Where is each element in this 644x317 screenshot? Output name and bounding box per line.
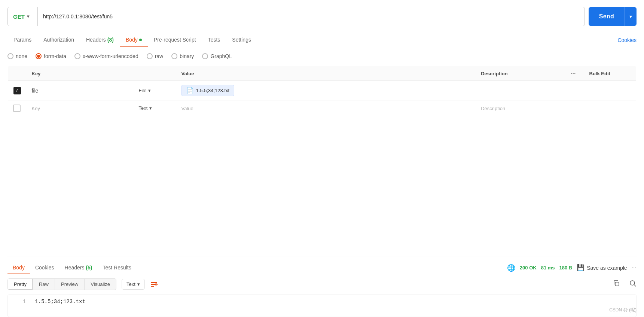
word-wrap-icon[interactable] xyxy=(150,280,158,289)
row2-type[interactable]: Text ▾ xyxy=(131,100,176,116)
url-bar: GET ▾ Send ▾ xyxy=(7,7,637,26)
row2-key[interactable]: Key xyxy=(27,100,131,116)
radio-label-raw: raw xyxy=(155,53,164,59)
tab-settings[interactable]: Settings xyxy=(226,33,257,47)
resp-tab-headers[interactable]: Headers (5) xyxy=(59,262,98,274)
tab-tests[interactable]: Tests xyxy=(202,33,226,47)
radio-label-urlencoded: x-www-form-urlencoded xyxy=(83,53,138,59)
row1-type[interactable]: File ▾ xyxy=(131,81,176,100)
table-row: ✓ file File ▾ 📄 1.5.5;34;123.txt xyxy=(8,81,637,100)
resp-tab-test-label: Test Results xyxy=(103,265,131,271)
method-selector[interactable]: GET ▾ xyxy=(8,7,38,26)
body-types: none form-data x-www-form-urlencoded raw… xyxy=(7,53,637,59)
status-badge: 200 OK xyxy=(520,265,537,271)
row2-checkbox[interactable] xyxy=(13,105,21,112)
resp-tab-cookies[interactable]: Cookies xyxy=(30,262,59,274)
radio-circle-graphql xyxy=(202,53,208,59)
format-raw-button[interactable]: Raw xyxy=(33,279,55,290)
send-button[interactable]: Send xyxy=(589,7,625,26)
code-output: 1 1.5.5;34;123.txt xyxy=(7,295,637,317)
row2-key-placeholder: Key xyxy=(32,106,40,111)
format-preview-button[interactable]: Preview xyxy=(55,279,85,290)
spacer xyxy=(7,120,637,257)
bulk-edit-dots-icon[interactable]: ··· xyxy=(571,70,576,76)
radio-label-graphql: GraphQL xyxy=(210,53,232,59)
radio-graphql[interactable]: GraphQL xyxy=(202,53,232,59)
radio-circle-urlencoded xyxy=(74,53,80,59)
text-chevron-icon: ▾ xyxy=(137,281,140,287)
save-as-example[interactable]: 💾 Save as example xyxy=(577,264,627,272)
body-dot xyxy=(139,39,142,41)
row2-value-placeholder: Value xyxy=(181,106,193,111)
row2-value[interactable]: Value xyxy=(176,100,476,116)
tab-params[interactable]: Params xyxy=(7,33,37,47)
svg-rect-3 xyxy=(615,282,619,286)
radio-binary[interactable]: binary xyxy=(171,53,194,59)
row2-dots xyxy=(565,100,584,116)
tab-body[interactable]: Body xyxy=(120,33,148,47)
search-icon[interactable] xyxy=(629,280,637,289)
row2-type-selector[interactable]: Text ▾ xyxy=(137,104,155,112)
row2-description[interactable]: Description xyxy=(476,100,565,116)
radio-urlencoded[interactable]: x-www-form-urlencoded xyxy=(74,53,138,59)
radio-label-none: none xyxy=(16,53,27,59)
more-options-icon[interactable]: ··· xyxy=(632,265,637,271)
response-section: Body Cookies Headers (5) Test Results 🌐 … xyxy=(7,257,637,317)
save-icon: 💾 xyxy=(577,264,585,272)
row1-key[interactable]: file xyxy=(27,81,131,100)
url-input-wrapper: GET ▾ xyxy=(7,7,585,26)
method-label: GET xyxy=(13,13,25,20)
row1-type-label: File xyxy=(139,88,147,93)
row1-checkbox-cell[interactable]: ✓ xyxy=(8,81,27,100)
col-header-bulk-edit[interactable]: Bulk Edit xyxy=(584,66,637,81)
row1-dots xyxy=(565,81,584,100)
tab-headers[interactable]: Headers (8) xyxy=(80,33,120,47)
row2-description-placeholder: Description xyxy=(481,106,505,111)
row1-checkbox[interactable]: ✓ xyxy=(13,87,21,94)
radio-circle-none xyxy=(7,53,13,59)
format-visualize-button[interactable]: Visualize xyxy=(85,279,116,290)
radio-none[interactable]: none xyxy=(7,53,27,59)
send-dropdown-button[interactable]: ▾ xyxy=(625,7,637,26)
format-pretty-button[interactable]: Pretty xyxy=(8,279,33,290)
row1-type-selector[interactable]: File ▾ xyxy=(137,87,153,94)
col-header-type xyxy=(131,66,176,81)
radio-circle-raw xyxy=(147,53,153,59)
radio-raw[interactable]: raw xyxy=(147,53,164,59)
radio-circle-binary xyxy=(171,53,177,59)
row2-type-label: Text xyxy=(139,105,148,111)
form-data-table: Key Value Description ··· Bulk Edit ✓ fi… xyxy=(7,66,637,116)
resp-tab-test-results[interactable]: Test Results xyxy=(97,262,136,274)
col-header-description: Description xyxy=(476,66,565,81)
text-format-label: Text xyxy=(126,281,135,287)
row2-checkbox-cell[interactable] xyxy=(8,100,27,116)
radio-circle-form-data xyxy=(36,53,42,59)
headers-badge: (8) xyxy=(107,37,114,43)
row1-description[interactable] xyxy=(476,81,565,100)
cookies-link[interactable]: Cookies xyxy=(617,33,637,47)
watermark: CSDN @ (呢) xyxy=(609,307,637,313)
resp-tab-cookies-label: Cookies xyxy=(35,265,54,271)
code-content-1: 1.5.5;34;123.txt xyxy=(35,299,85,305)
col-header-checkbox xyxy=(8,66,27,81)
copy-icon[interactable] xyxy=(613,280,620,289)
method-chevron-icon: ▾ xyxy=(27,14,29,19)
url-input[interactable] xyxy=(38,7,585,26)
row1-type-chevron: ▾ xyxy=(148,88,151,93)
file-value-badge[interactable]: 📄 1.5.5;34;123.txt xyxy=(181,85,235,96)
radio-form-data[interactable]: form-data xyxy=(36,53,66,59)
resp-tab-body[interactable]: Body xyxy=(7,262,30,274)
table-row: Key Text ▾ Value Description xyxy=(8,100,637,116)
save-example-label: Save as example xyxy=(587,265,627,271)
view-btn-group: Pretty Raw Preview Visualize xyxy=(7,278,116,290)
file-icon: 📄 xyxy=(186,87,194,94)
radio-label-form-data: form-data xyxy=(44,53,66,59)
text-format-selector[interactable]: Text ▾ xyxy=(122,279,145,290)
tab-pre-request-script[interactable]: Pre-request Script xyxy=(148,33,202,47)
request-tabs: Params Authorization Headers (8) Body Pr… xyxy=(7,33,637,47)
send-button-wrapper: Send ▾ xyxy=(589,7,637,26)
response-size: 180 B xyxy=(559,265,573,271)
radio-label-binary: binary xyxy=(180,53,194,59)
tab-authorization[interactable]: Authorization xyxy=(37,33,80,47)
globe-icon: 🌐 xyxy=(507,264,515,272)
